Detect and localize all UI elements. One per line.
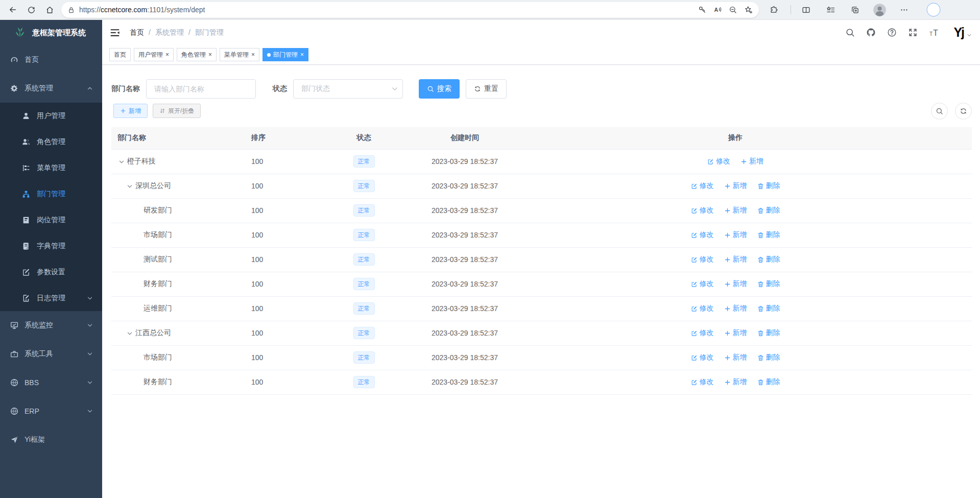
row-del-link[interactable]: 删除	[757, 230, 780, 240]
breadcrumb-item[interactable]: 首页	[130, 28, 144, 36]
tab-dept[interactable]: 部门管理×	[262, 48, 308, 61]
sidebar-item-label: 首页	[25, 55, 39, 64]
tab-user[interactable]: 用户管理×	[134, 48, 174, 61]
sidebar-item-log[interactable]: 日志管理	[0, 285, 102, 311]
zoom-out-button[interactable]	[726, 3, 739, 16]
close-icon[interactable]: ×	[251, 52, 255, 58]
user-menu-caret-icon[interactable]	[967, 33, 972, 38]
status-select[interactable]: 部门状态	[293, 79, 403, 99]
close-icon[interactable]: ×	[300, 52, 304, 58]
sidebar-item-tool[interactable]: 系统工具	[0, 340, 102, 368]
url-text[interactable]: https://ccnetcore.com:1101/system/dept	[79, 6, 694, 14]
tree-cell: 市场部门	[117, 230, 245, 240]
sidebar-item-post[interactable]: 岗位管理	[0, 207, 102, 233]
extensions-button[interactable]	[766, 2, 781, 18]
row-edit-link[interactable]: 修改	[691, 377, 714, 387]
expand-collapse-button[interactable]: 展开/折叠	[153, 104, 201, 118]
browser-menu-button[interactable]	[896, 2, 912, 18]
split-screen-button[interactable]	[798, 2, 814, 18]
browser-back-button[interactable]	[5, 2, 20, 18]
font-size-icon[interactable]	[929, 27, 940, 38]
row-del-link[interactable]: 删除	[757, 181, 780, 191]
cell-dept-name: 研发部门	[111, 198, 245, 223]
browser-refresh-button[interactable]	[23, 2, 39, 18]
row-del-link[interactable]: 删除	[757, 304, 780, 313]
tab-home[interactable]: 首页	[109, 48, 131, 61]
help-icon[interactable]	[887, 28, 897, 37]
sidebar-item-role[interactable]: 角色管理	[0, 129, 102, 155]
favorite-button[interactable]	[742, 3, 755, 16]
row-edit-link[interactable]: 修改	[691, 181, 714, 191]
cell-status: 正常	[332, 321, 396, 345]
close-icon[interactable]: ×	[165, 52, 169, 58]
github-icon[interactable]	[866, 28, 876, 37]
row-edit-link[interactable]: 修改	[691, 255, 714, 264]
dept-name-input[interactable]	[146, 79, 256, 99]
profile-button[interactable]	[872, 2, 887, 18]
row-add-link[interactable]: 新增	[724, 353, 747, 362]
search-button[interactable]: 搜索	[419, 79, 460, 99]
add-button[interactable]: 新增	[113, 104, 148, 118]
copilot-button[interactable]	[926, 2, 941, 18]
reset-button[interactable]: 重置	[466, 79, 507, 99]
row-del-link[interactable]: 删除	[757, 255, 780, 264]
row-edit-link[interactable]: 修改	[691, 353, 714, 362]
row-add-link[interactable]: 新增	[724, 279, 747, 289]
sidebar-item-monitor[interactable]: 系统监控	[0, 311, 102, 340]
sidebar-item-yi[interactable]: Yi框架	[0, 425, 102, 454]
row-edit-link[interactable]: 修改	[707, 157, 730, 166]
row-del-link[interactable]: 删除	[757, 279, 780, 289]
sidebar-item-label: 参数设置	[37, 268, 65, 277]
row-edit-link[interactable]: 修改	[691, 230, 714, 240]
show-search-toggle-button[interactable]	[931, 103, 948, 120]
fullscreen-icon[interactable]	[908, 28, 918, 37]
row-add-link[interactable]: 新增	[740, 157, 763, 166]
row-edit-link[interactable]: 修改	[691, 279, 714, 289]
address-bar[interactable]: https://ccnetcore.com:1101/system/dept	[61, 2, 759, 18]
sidebar-item-param[interactable]: 参数设置	[0, 259, 102, 285]
row-add-link[interactable]: 新增	[724, 304, 747, 313]
row-add-link[interactable]: 新增	[724, 206, 747, 215]
row-add-link[interactable]: 新增	[724, 328, 747, 338]
user-avatar[interactable]: Yj	[953, 26, 964, 39]
refresh-table-button[interactable]	[955, 103, 972, 120]
close-icon[interactable]: ×	[208, 52, 212, 58]
row-add-link[interactable]: 新增	[724, 255, 747, 264]
read-aloud-button[interactable]	[711, 3, 724, 16]
row-expand-caret[interactable]	[118, 158, 127, 164]
sidebar-item-bbs[interactable]: BBS	[0, 368, 102, 397]
sidebar-item-user[interactable]: 用户管理	[0, 103, 102, 129]
row-del-link[interactable]: 删除	[757, 206, 780, 215]
row-del-link[interactable]: 删除	[757, 377, 780, 387]
sidebar-item-dict[interactable]: 字典管理	[0, 233, 102, 259]
sidebar-item-system[interactable]: 系统管理	[0, 74, 102, 103]
row-expand-caret[interactable]	[127, 183, 135, 189]
row-add-link[interactable]: 新增	[724, 181, 747, 191]
breadcrumb-item[interactable]: 系统管理	[155, 28, 184, 36]
browser-home-button[interactable]	[42, 2, 57, 18]
plus-icon	[724, 183, 731, 189]
row-expand-caret[interactable]	[127, 330, 135, 336]
sidebar-item-label: 字典管理	[37, 242, 65, 251]
row-del-link[interactable]: 删除	[757, 328, 780, 338]
status-badge: 正常	[353, 155, 375, 168]
favorites-bar-button[interactable]	[823, 2, 838, 18]
row-edit-link[interactable]: 修改	[691, 328, 714, 338]
sidebar-item-home[interactable]: 首页	[0, 45, 102, 74]
row-edit-link[interactable]: 修改	[691, 304, 714, 313]
plus-icon	[120, 108, 126, 114]
sidebar-item-dept[interactable]: 部门管理	[0, 181, 102, 207]
sidebar-item-erp[interactable]: ERP	[0, 397, 102, 425]
password-key-button[interactable]	[696, 3, 709, 16]
tab-role[interactable]: 角色管理×	[177, 48, 217, 61]
collections-button[interactable]	[847, 2, 863, 18]
header-search-icon[interactable]	[845, 28, 855, 37]
row-edit-link[interactable]: 修改	[691, 206, 714, 215]
tab-menu[interactable]: 菜单管理×	[220, 48, 259, 61]
refresh-icon	[27, 6, 36, 14]
row-add-link[interactable]: 新增	[724, 377, 747, 387]
sidebar-item-menu[interactable]: 菜单管理	[0, 155, 102, 181]
row-del-link[interactable]: 删除	[757, 353, 780, 362]
sidebar-collapse-icon[interactable]	[109, 27, 121, 38]
row-add-link[interactable]: 新增	[724, 230, 747, 240]
